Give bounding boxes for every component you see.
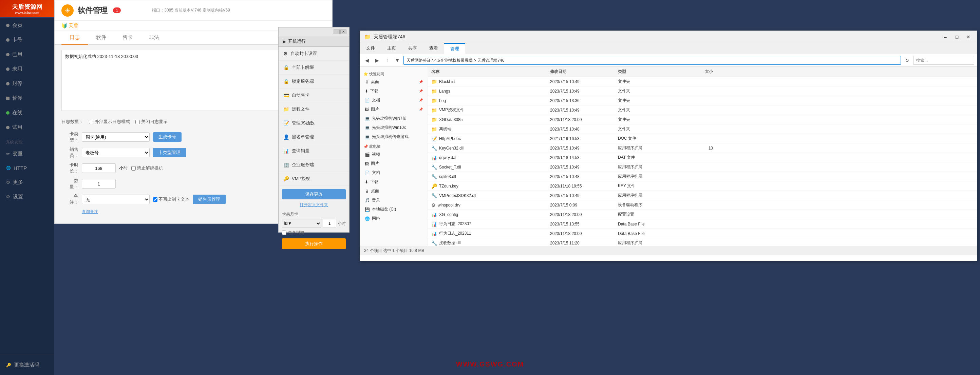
open-file-link[interactable]: 打开定义文件夹 (282, 201, 346, 208)
mid-item-lockserver[interactable]: 🔒 锁定服务端 (278, 74, 349, 89)
fe-sidebar-network[interactable]: 🌐 网络 (360, 214, 428, 223)
mid-item-autocard[interactable]: ⚙ 自动封卡设置 (278, 47, 349, 61)
sidebar-item-used[interactable]: 已用 (0, 47, 54, 62)
prevent-switch-label[interactable]: 禁止解绑换机 (131, 165, 163, 171)
execute-btn[interactable]: 执行操作 (282, 238, 346, 249)
fe-sidebar-vm3[interactable]: 💻 光头虚拟机传奇游戏 (360, 132, 428, 141)
tab-sell-card[interactable]: 售卡 (115, 31, 141, 45)
fe-sidebar-download[interactable]: ⬇ 下载 📌 (360, 87, 428, 96)
fe-tab-file[interactable]: 文件 (360, 43, 381, 54)
mid-item-enterprise[interactable]: 🏢 企业服务端 (278, 158, 349, 172)
nav-back-btn[interactable]: ◀ (363, 56, 371, 65)
checkbox-external[interactable] (89, 120, 93, 124)
close-window-btn[interactable]: ✕ (964, 33, 973, 40)
fe-tab-view[interactable]: 查看 (423, 43, 444, 54)
prevent-switch-checkbox[interactable] (131, 166, 136, 171)
col-date[interactable]: 修改日期 (547, 68, 614, 75)
file-row[interactable]: 📊 行为日志_202307 2023/7/15 13:55 Data Base … (428, 219, 977, 229)
fe-sidebar-localc[interactable]: 💾 本地磁盘 (C:) (360, 205, 428, 214)
mid-item-blacklist[interactable]: 👤 黑名单管理 (278, 130, 349, 144)
seller-mgr-btn[interactable]: 销售员管理 (193, 195, 226, 204)
fe-sidebar-dl2[interactable]: ⬇ 下载 (360, 177, 428, 187)
tab-log[interactable]: 日志 (61, 31, 88, 45)
mid-item-remotefile[interactable]: 📁 远程文件 (278, 103, 349, 116)
file-row[interactable]: 📝 HttpAPI.doc 2021/1/19 16:53 DOC 文件 (428, 134, 977, 143)
mid-item-jsmanage[interactable]: 📝 管理JS函数 (278, 116, 349, 130)
file-row[interactable]: 📁 XGData3085 2023/11/18 20:00 文件夹 (428, 115, 977, 125)
no-print-checkbox[interactable] (153, 197, 158, 202)
remark-select[interactable]: 无 (82, 195, 150, 204)
maximize-window-btn[interactable]: □ (953, 33, 961, 40)
file-row[interactable]: 📁 VMP授权文件 2023/7/15 10:49 文件夹 (428, 106, 977, 115)
quantity-input[interactable] (82, 179, 116, 188)
save-changes-btn[interactable]: 保存更改 (282, 189, 346, 199)
fe-sidebar-vm1[interactable]: 💻 光头虚拟机WIN7传 (360, 114, 428, 123)
sidebar-item-paused[interactable]: 暂停 (0, 91, 54, 106)
fe-sidebar-images[interactable]: 🖼 图片 📌 (360, 105, 428, 114)
minimize-btn[interactable]: – (334, 30, 340, 34)
file-row[interactable]: 📊 qqwry.dat 2023/1/18 14:53 DAT 文件 (428, 153, 977, 162)
mid-item-querysales[interactable]: 📊 查询销量 (278, 144, 349, 158)
file-row[interactable]: 🔧 VMProtectSDK32.dll 2023/7/15 10:49 应用程… (428, 191, 977, 200)
file-row[interactable]: 📁 BlackList 2023/7/15 10:49 文件夹 (428, 77, 977, 87)
file-row[interactable]: 📊 行为日志_202311 2023/11/18 20:00 Data Base… (428, 229, 977, 238)
add-select[interactable]: 加▼ (282, 219, 321, 228)
no-print-label[interactable]: 不写出制卡文本 (153, 196, 189, 203)
gen-card-btn[interactable]: 生成卡号 (153, 132, 181, 142)
sidebar-item-unused[interactable]: 未用 (0, 62, 54, 76)
sidebar-item-activationcode[interactable]: 🔑 更换激活码 (0, 358, 54, 372)
sidebar-item-trial[interactable]: 试用 (0, 120, 54, 134)
sidebar-item-http[interactable]: 🌐 HTTP (0, 161, 54, 175)
seller-select[interactable]: 老板号 (82, 148, 150, 157)
file-row[interactable]: ⚙ winspool.drv 2023/7/15 0:09 设备驱动程序 (428, 200, 977, 210)
checkbox-close-label[interactable]: 关闭日志显示 (135, 119, 168, 125)
duration-input[interactable] (82, 163, 116, 173)
fe-sidebar-desk2[interactable]: 🖥 桌面 (360, 187, 428, 196)
file-row[interactable]: 🔑 TZdun.key 2023/11/18 19:55 KEY 文件 (428, 181, 977, 191)
sidebar-item-settings[interactable]: ⚙ 设置 (0, 190, 54, 204)
tab-illegal[interactable]: 非法 (141, 31, 167, 45)
checkbox-close-log[interactable] (135, 120, 140, 124)
checkbox-external-label[interactable]: 外部显示日志模式 (89, 119, 130, 125)
fe-sidebar-video[interactable]: 🎬 视频 (360, 150, 428, 159)
nav-recent-btn[interactable]: ▼ (393, 56, 401, 65)
fe-sidebar-music[interactable]: 🎵 音乐 (360, 196, 428, 205)
include-expiry-checkbox[interactable] (282, 231, 286, 235)
sidebar-item-variable[interactable]: ✏ 变量 (0, 147, 54, 161)
minimize-window-btn[interactable]: – (941, 33, 950, 40)
tab-software[interactable]: 软件 (88, 31, 115, 45)
close-btn[interactable]: ✕ (340, 30, 347, 34)
fe-tab-manage[interactable]: 管理 (444, 43, 465, 54)
sidebar-item-cardno[interactable]: 卡号 (0, 33, 54, 47)
file-row[interactable]: 🔧 sqlite3.dll 2023/7/15 10:48 应用程序扩展 (428, 172, 977, 181)
add-value-input[interactable] (323, 219, 336, 228)
col-size[interactable]: 大小 (676, 68, 716, 75)
fe-sidebar-desktop[interactable]: 🖥 桌面 📌 (360, 77, 428, 87)
fe-sidebar-pic[interactable]: 🖼 图片 (360, 159, 428, 168)
file-row[interactable]: 🔧 接收数据.dll 2023/7/15 11:20 应用程序扩展 (428, 238, 977, 246)
fe-search-input[interactable] (913, 56, 974, 65)
sidebar-item-banned[interactable]: 封停 (0, 76, 54, 91)
file-row[interactable]: 🔧 Socket_T.dll 2023/7/15 10:49 应用程序扩展 (428, 162, 977, 172)
file-row[interactable]: 📊 XG_config 2023/11/18 20:00 配置设置 (428, 210, 977, 219)
sidebar-item-online[interactable]: 在线 (0, 106, 54, 120)
file-row[interactable]: 📁 Langs 2023/7/15 10:49 文件夹 (428, 87, 977, 96)
refresh-btn[interactable]: ↻ (903, 56, 911, 65)
fe-sidebar-docs[interactable]: 📄 文档 📌 (360, 96, 428, 105)
col-type[interactable]: 类型 (614, 68, 676, 75)
file-row[interactable]: 📁 离线端 2023/7/15 10:48 文件夹 (428, 125, 977, 134)
file-row[interactable]: 📁 Log 2023/7/15 13:36 文件夹 (428, 96, 977, 106)
fe-tab-home[interactable]: 主页 (381, 43, 402, 54)
file-row[interactable]: 🔧 KeyGen32.dll 2023/7/15 10:49 应用程序扩展 10 (428, 143, 977, 153)
card-type-mgr-btn[interactable]: 卡类型管理 (153, 148, 186, 157)
nav-forward-btn[interactable]: ▶ (373, 56, 381, 65)
mid-item-unbind[interactable]: 🔒 全部卡解绑 (278, 61, 349, 74)
card-type-select[interactable]: 周卡(通用) (82, 132, 150, 142)
sidebar-item-member[interactable]: 会员 (0, 18, 54, 33)
nav-up-btn[interactable]: ↑ (383, 56, 391, 65)
sidebar-item-more[interactable]: ⚙ 更多 (0, 175, 54, 190)
fe-sidebar-vm2[interactable]: 💻 光头虚拟机Win10x (360, 123, 428, 132)
col-name[interactable]: 名称 (428, 68, 547, 75)
mid-item-autosell[interactable]: 💳 自动售卡 (278, 89, 349, 103)
fe-sidebar-doc2[interactable]: 📄 文档 (360, 168, 428, 177)
